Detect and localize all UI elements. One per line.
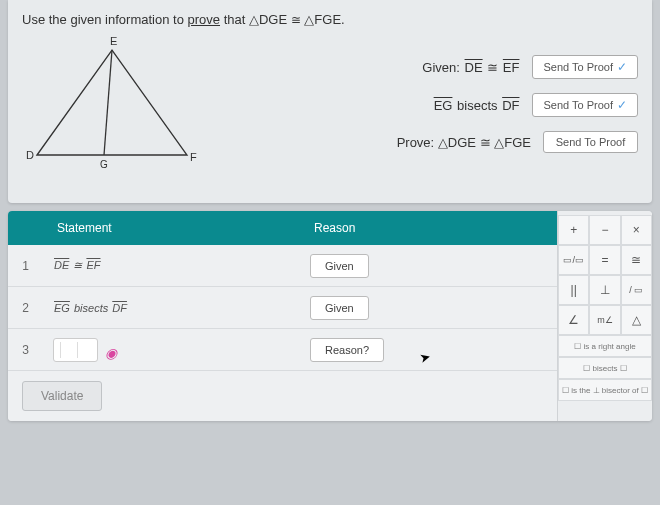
- tool-overline[interactable]: / ▭: [621, 275, 652, 305]
- given-row-1: Given: DE ≅ EF Send To Proof✓: [222, 55, 638, 79]
- tool-parallel[interactable]: ||: [558, 275, 589, 305]
- validate-button[interactable]: Validate: [22, 381, 102, 411]
- tool-measure-angle[interactable]: m∠: [589, 305, 620, 335]
- reason-button[interactable]: Reason?: [310, 338, 384, 362]
- check-icon: ✓: [617, 60, 627, 74]
- given-prove-section: Given: DE ≅ EF Send To Proof✓ EG bisects…: [222, 35, 638, 185]
- prompt-text: Use the given information to prove that …: [22, 12, 638, 27]
- send-to-proof-1[interactable]: Send To Proof✓: [532, 55, 638, 79]
- tool-plus[interactable]: +: [558, 215, 589, 245]
- problem-card: Use the given information to prove that …: [8, 0, 652, 203]
- statement-cell[interactable]: EG bisects DF: [43, 294, 300, 322]
- tool-congruent[interactable]: ≅: [621, 245, 652, 275]
- statement-cell[interactable]: ◉: [43, 330, 300, 370]
- tool-times[interactable]: ×: [621, 215, 652, 245]
- tool-equals[interactable]: =: [589, 245, 620, 275]
- reason-button[interactable]: Given: [310, 254, 369, 278]
- tool-perpendicular[interactable]: ⊥: [589, 275, 620, 305]
- header-statement: Statement: [43, 211, 300, 245]
- row-number: 2: [8, 301, 43, 315]
- row-number: 3: [8, 343, 43, 357]
- table-row: 3 ◉ Reason?: [8, 329, 557, 371]
- send-to-proof-3[interactable]: Send To Proof: [543, 131, 638, 153]
- table-header: Statement Reason: [8, 211, 557, 245]
- check-icon: ✓: [617, 98, 627, 112]
- table-row: 2 EG bisects DF Given: [8, 287, 557, 329]
- vertex-d: D: [26, 149, 34, 161]
- header-reason: Reason: [300, 211, 557, 245]
- prove-link[interactable]: prove: [187, 12, 220, 27]
- vertex-g: G: [100, 159, 108, 170]
- empty-statement-input: [53, 338, 98, 362]
- tool-angle[interactable]: ∠: [558, 305, 589, 335]
- tool-triangle[interactable]: △: [621, 305, 652, 335]
- svg-line-1: [104, 50, 112, 155]
- statement-cell[interactable]: DE ≅ EF: [43, 251, 300, 280]
- given-row-2: EG bisects DF Send To Proof✓: [222, 93, 638, 117]
- vertex-f: F: [190, 151, 197, 163]
- tool-minus[interactable]: −: [589, 215, 620, 245]
- table-row: 1 DE ≅ EF Given: [8, 245, 557, 287]
- hint-icon[interactable]: ◉: [105, 345, 117, 361]
- reason-button[interactable]: Given: [310, 296, 369, 320]
- send-to-proof-2[interactable]: Send To Proof✓: [532, 93, 638, 117]
- triangle-diagram: D E F G: [22, 35, 202, 185]
- symbol-toolbar: + − × ▭/▭ = ≅ || ⊥ / ▭ ∠ m∠ △ ☐ is a rig…: [557, 211, 652, 421]
- tool-perp-bisector[interactable]: ☐ is the ⊥ bisector of ☐: [558, 379, 652, 401]
- svg-marker-0: [37, 50, 187, 155]
- proof-table-card: Statement Reason 1 DE ≅ EF Given 2 EG bi…: [8, 211, 652, 421]
- prove-row: Prove: △DGE ≅ △FGE Send To Proof: [222, 131, 638, 153]
- tool-bisects[interactable]: ☐ bisects ☐: [558, 357, 652, 379]
- row-number: 1: [8, 259, 43, 273]
- vertex-e: E: [110, 35, 117, 47]
- tool-fraction[interactable]: ▭/▭: [558, 245, 589, 275]
- tool-right-angle[interactable]: ☐ is a right angle: [558, 335, 652, 357]
